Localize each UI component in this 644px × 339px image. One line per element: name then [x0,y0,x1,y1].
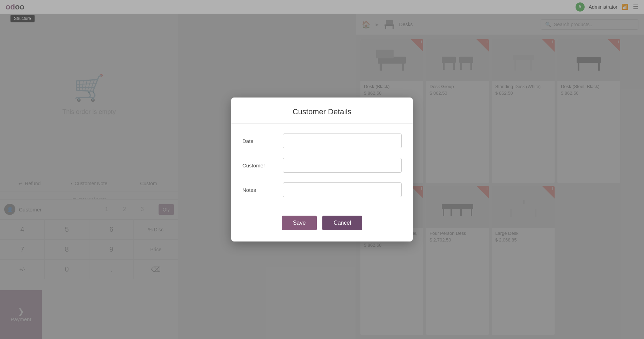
save-button[interactable]: Save [282,216,317,230]
modal-header: Customer Details [231,98,413,124]
modal-title: Customer Details [242,107,402,116]
cancel-button[interactable]: Cancel [322,216,362,230]
customer-details-modal: Customer Details Date Customer Notes Sav… [231,98,413,241]
modal-body: Date Customer Notes [231,124,413,207]
date-input[interactable] [283,134,402,148]
notes-label: Notes [242,187,277,193]
modal-overlay: Customer Details Date Customer Notes Sav… [0,0,644,339]
customer-row-modal: Customer [242,158,402,173]
customer-input[interactable] [283,158,402,173]
customer-field-label: Customer [242,163,277,168]
date-label: Date [242,138,277,144]
modal-footer: Save Cancel [231,216,413,241]
notes-input[interactable] [283,182,402,197]
modal-divider [231,207,413,207]
notes-row: Notes [242,182,402,197]
date-row: Date [242,134,402,148]
